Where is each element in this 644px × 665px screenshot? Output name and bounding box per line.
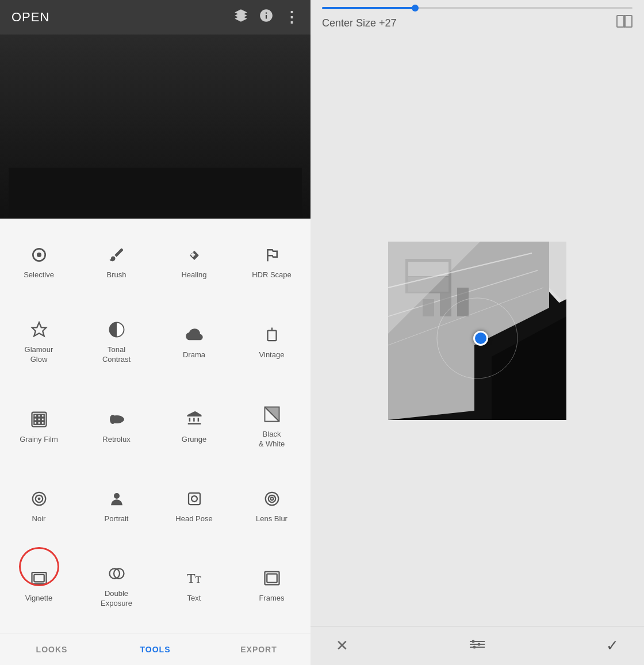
svg-rect-12	[41, 418, 44, 421]
nav-tools[interactable]: TOOLS	[103, 633, 207, 665]
doubleexposure-icon	[105, 561, 129, 586]
cancel-button[interactable]: ✕	[334, 635, 351, 657]
tool-drama-label: Drama	[183, 350, 205, 360]
hdrscape-icon	[260, 243, 284, 267]
svg-rect-5	[267, 330, 276, 341]
tool-glamour-label: GlamourGlow	[25, 345, 53, 365]
slider-label: Center Size +27	[322, 17, 397, 29]
tool-retrolux[interactable]: Retrolux	[78, 384, 155, 468]
text-icon: Tт	[182, 566, 206, 590]
tool-selective[interactable]: Selective	[0, 224, 78, 299]
svg-point-17	[112, 417, 114, 422]
svg-rect-24	[189, 493, 200, 505]
layers-icon[interactable]	[233, 8, 248, 26]
tool-healing-label: Healing	[181, 270, 206, 280]
app-title: OPEN	[12, 10, 49, 25]
svg-point-23	[114, 493, 120, 499]
tool-double-label: DoubleExposure	[101, 589, 132, 609]
tool-selective-label: Selective	[24, 270, 54, 280]
tool-healing[interactable]: Healing	[155, 224, 233, 299]
svg-point-28	[270, 497, 273, 500]
slider-area: Center Size +27	[310, 0, 644, 36]
svg-rect-50	[423, 299, 434, 316]
svg-rect-7	[34, 414, 37, 417]
control-dot[interactable]	[473, 331, 488, 346]
tool-double[interactable]: DoubleExposure	[78, 542, 155, 627]
tool-grainy[interactable]: Grainy Film	[0, 384, 78, 468]
tool-drama[interactable]: Drama	[155, 299, 233, 384]
svg-point-27	[268, 495, 275, 503]
svg-point-1	[37, 253, 41, 257]
tool-headpose-label: Head Pose	[175, 514, 212, 524]
svg-rect-52	[457, 288, 469, 316]
drama-icon	[182, 323, 206, 347]
noir-icon	[27, 487, 51, 511]
svg-point-26	[265, 492, 278, 506]
svg-marker-2	[32, 323, 46, 337]
tool-tonal[interactable]: TonalContrast	[78, 299, 155, 384]
photo-bw	[388, 242, 566, 420]
tool-frames[interactable]: Frames	[233, 542, 310, 627]
svg-rect-10	[34, 418, 37, 421]
tool-vignette[interactable]: Vignette	[0, 542, 78, 627]
tool-grunge[interactable]: Grunge	[155, 384, 233, 468]
glamourglow-icon	[27, 318, 51, 342]
svg-marker-19	[264, 407, 279, 422]
nav-looks[interactable]: LOOKS	[0, 633, 103, 665]
confirm-button[interactable]: ✓	[604, 635, 621, 657]
tool-hdrscape-label: HDR Scape	[252, 270, 292, 280]
tool-vintage-label: Vintage	[259, 350, 285, 360]
tool-bw-label: Black& White	[259, 430, 285, 449]
retrolux-icon	[105, 407, 129, 431]
svg-point-59	[478, 643, 481, 646]
tool-grunge-label: Grunge	[182, 435, 206, 445]
tool-noir-label: Noir	[32, 514, 46, 524]
compare-icon[interactable]	[616, 15, 632, 31]
tool-brush[interactable]: Brush	[78, 224, 155, 299]
tool-lensblur[interactable]: Lens Blur	[233, 468, 310, 542]
more-icon[interactable]: ⋮	[284, 9, 299, 26]
svg-rect-8	[37, 414, 40, 417]
svg-rect-11	[37, 418, 40, 421]
selective-icon	[27, 243, 51, 267]
tool-vintage[interactable]: Vintage	[233, 299, 310, 384]
tool-hdrscape[interactable]: HDR Scape	[233, 224, 310, 299]
tool-retrolux-label: Retrolux	[102, 435, 130, 445]
left-panel: OPEN ⋮	[0, 0, 310, 665]
svg-rect-14	[37, 421, 40, 424]
photo-container	[310, 36, 644, 626]
tool-bw[interactable]: Black& White	[233, 384, 310, 468]
tool-headpose[interactable]: Head Pose	[155, 468, 233, 542]
slider-thumb[interactable]	[412, 5, 419, 12]
svg-point-22	[38, 498, 40, 500]
frames-icon	[260, 566, 284, 590]
tools-area: Selective Brush Healing HDR Scape	[0, 219, 310, 665]
svg-rect-15	[41, 421, 44, 424]
slider-track[interactable]	[322, 7, 632, 9]
slider-label-row: Center Size +27	[322, 15, 632, 31]
lensblur-icon	[260, 487, 284, 511]
tool-portrait[interactable]: Portrait	[78, 468, 155, 542]
nav-export[interactable]: EXPORT	[207, 633, 310, 665]
tool-grainy-label: Grainy Film	[20, 435, 57, 445]
tool-vignette-label: Vignette	[25, 594, 52, 603]
tool-glamour[interactable]: GlamourGlow	[0, 299, 78, 384]
tool-portrait-label: Portrait	[105, 514, 129, 524]
brush-icon	[105, 243, 129, 267]
healing-icon	[182, 243, 206, 267]
svg-point-58	[472, 640, 475, 643]
info-icon[interactable]	[259, 8, 274, 26]
bottom-controls: ✕ ✓	[310, 626, 644, 665]
svg-rect-30	[34, 575, 44, 582]
tool-text[interactable]: Tт Text	[155, 542, 233, 627]
svg-rect-9	[41, 414, 44, 417]
grunge-icon	[182, 407, 206, 431]
svg-rect-35	[617, 16, 624, 27]
svg-point-60	[473, 646, 476, 649]
adjust-button[interactable]	[466, 635, 488, 657]
tool-noir[interactable]: Noir	[0, 468, 78, 542]
tools-grid: Selective Brush Healing HDR Scape	[0, 219, 310, 633]
tool-tonal-label: TonalContrast	[102, 345, 131, 365]
vignette-icon	[27, 566, 51, 590]
tonalcontrast-icon	[105, 318, 129, 342]
